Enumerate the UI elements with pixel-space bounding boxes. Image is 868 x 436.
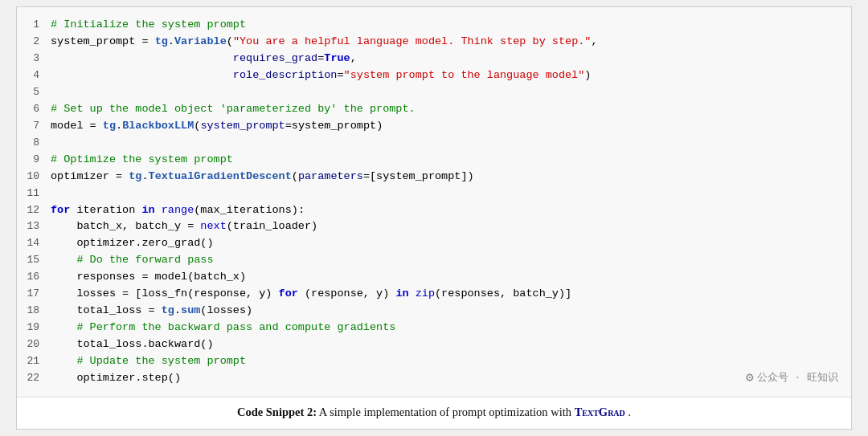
line-content: system_prompt = tg.Variable("You are a h… [51,34,838,51]
line-content: total_loss = tg.sum(losses) [51,303,838,320]
caption-period: . [628,405,631,418]
code-token: role_description [233,69,338,81]
code-line: 10optimizer = tg.TextualGradientDescent(… [17,169,851,185]
code-token: = [84,120,103,132]
code-token: system_prompt [292,120,376,132]
code-token: True [324,52,350,64]
code-block: 1# Initialize the system prompt2system_p… [17,7,851,397]
code-token: ( [227,35,233,47]
code-token: (responses, batch_y)] [435,287,571,299]
code-token: ]) [461,170,473,182]
code-token: total_loss.backward() [51,338,214,350]
code-token: for [279,287,298,299]
code-token: = [109,170,129,182]
code-line: 22 optimizer.step() [17,370,851,387]
line-number: 7 [17,118,39,134]
line-number: 12 [17,202,39,218]
line-number: 18 [17,303,39,319]
code-token: ) [584,69,591,81]
code-line: 11 [17,185,851,202]
code-token: optimizer.zero_grad() [51,237,214,249]
code-line: 6# Set up the model object 'parameterize… [17,101,851,118]
code-token: # Do the forward pass [51,254,214,266]
code-token: total_loss = [51,304,162,316]
line-number: 17 [17,286,39,302]
code-token: next [200,220,226,232]
line-content: batch_x, batch_y = next(train_loader) [51,218,838,235]
code-line: 8 [17,135,851,152]
line-number: 8 [17,135,39,151]
code-token: Variable [174,35,227,47]
code-token: losses = [loss_fn(response, y) [51,287,279,299]
line-content: # Set up the model object 'parameterized… [51,101,838,118]
code-token: tg [103,120,116,132]
code-line: 2system_prompt = tg.Variable("You are a … [17,34,851,51]
code-token: in [141,204,154,216]
line-number: 16 [17,269,39,285]
code-token: tg [129,170,141,182]
code-token: batch_x, batch_y = [51,220,200,232]
code-line: 7model = tg.BlackboxLLM(system_prompt=sy… [17,118,851,135]
code-token: system_prompt [200,120,285,132]
code-token: ( [292,170,298,182]
code-line: 3 requires_grad=True, [17,51,851,67]
code-token: # Initialize the system prompt [51,18,246,31]
line-number: 15 [17,252,39,268]
line-number: 9 [17,152,39,168]
code-token: # Optimize the system prompt [51,153,233,165]
code-line: 20 total_loss.backward() [17,336,851,353]
caption-text: A simple implementation of prompt optimi… [319,405,575,418]
code-token: optimizer [51,170,109,182]
line-number: 4 [17,67,39,84]
line-content: # Optimize the system prompt [51,152,838,169]
code-token [51,69,233,81]
line-number: 13 [17,218,39,234]
code-token: . [116,120,122,132]
caption-label: Code Snippet 2: [237,405,317,418]
code-line: 15 # Do the forward pass [17,252,851,269]
code-line: 17 losses = [loss_fn(response, y) for (r… [17,286,851,303]
line-number: 20 [17,336,39,352]
code-token: "You are a helpful language model. Think… [233,35,592,47]
line-number: 6 [17,101,39,117]
line-content: optimizer = tg.TextualGradientDescent(pa… [51,169,838,185]
code-line: 13 batch_x, batch_y = next(train_loader) [17,218,851,235]
code-token: iteration [70,204,141,216]
wechat-icon: ⚙ [746,369,754,389]
watermark-text: 公众号 · 旺知识 [757,370,838,386]
code-token: zip [416,287,435,299]
code-token: # Set up the model object 'parameterized… [51,103,416,115]
code-token: (train_loader) [227,220,317,232]
code-snippet-card: 1# Initialize the system prompt2system_p… [16,6,852,429]
code-token: "system prompt to the language model" [344,69,585,81]
code-token: =[ [363,170,376,182]
line-content: total_loss.backward() [51,336,838,353]
line-number: 11 [17,185,39,202]
line-content: responses = model(batch_x) [51,269,838,286]
line-content: optimizer.zero_grad() [51,235,838,252]
line-number: 14 [17,235,39,251]
code-line: 21 # Update the system prompt [17,353,851,370]
code-token: = [337,69,343,81]
code-token: sum [181,304,200,316]
line-number: 3 [17,51,39,67]
line-number: 10 [17,169,39,185]
line-content: losses = [loss_fn(response, y) for (resp… [51,286,838,303]
code-token: in [395,287,408,299]
code-token [155,204,162,216]
watermark: ⚙ 公众号 · 旺知识 [746,369,838,389]
code-token: ) [376,120,383,132]
code-token: (losses) [200,304,252,316]
code-token [51,52,233,64]
code-token: range [162,204,194,216]
line-number: 2 [17,34,39,50]
code-token: tg [155,35,168,47]
code-line: 19 # Perform the backward pass and compu… [17,320,851,336]
code-token: (response, y) [298,287,396,299]
code-token: . [174,304,181,316]
code-token: system_prompt [51,35,135,47]
code-token: , [591,35,597,47]
code-token: # Perform the backward pass and compute … [51,321,395,333]
code-token [409,287,416,299]
code-token: for [51,204,70,216]
